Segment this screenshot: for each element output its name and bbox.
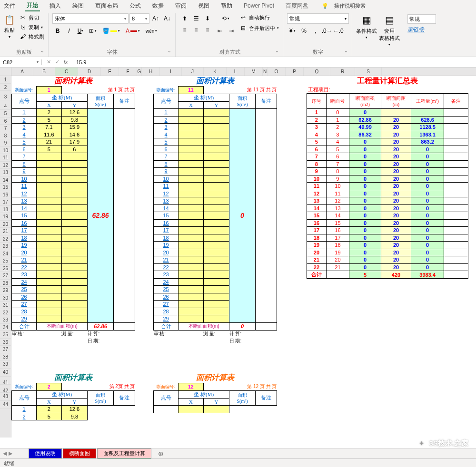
accounting-format-button[interactable]: ¥▾: [287, 26, 298, 36]
align-right-button[interactable]: ≡: [202, 25, 213, 35]
row-header-44[interactable]: 44: [0, 401, 11, 409]
row-header-4[interactable]: 4: [0, 100, 11, 110]
row-header-2[interactable]: 2: [0, 84, 11, 91]
row-header-24[interactable]: 24: [0, 250, 11, 258]
col-header-O[interactable]: O: [268, 68, 286, 76]
row-header-26[interactable]: 26: [0, 265, 11, 272]
row-header-19[interactable]: 19: [0, 213, 11, 221]
col-header-R[interactable]: R: [330, 68, 355, 76]
align-bottom-button[interactable]: ⬇: [202, 13, 213, 24]
col-header-L[interactable]: L: [227, 68, 245, 76]
row-header-1[interactable]: 1: [0, 76, 11, 84]
phonetic-button[interactable]: wén▾: [143, 26, 159, 36]
tab-view[interactable]: 视图: [196, 1, 211, 11]
col-header-H[interactable]: H: [142, 68, 160, 76]
spreadsheet-grid[interactable]: ABCDEFGHIJKLMNOPQRS 12345678910111213141…: [0, 68, 476, 438]
tab-help[interactable]: 帮助: [219, 1, 234, 11]
tab-review[interactable]: 审阅: [173, 1, 188, 11]
col-header-C[interactable]: C: [55, 68, 78, 76]
decrease-decimal-button[interactable]: ←.0: [333, 26, 344, 36]
col-header-D[interactable]: D: [78, 68, 101, 76]
fx-icon[interactable]: fx: [62, 59, 69, 65]
number-format-combo[interactable]: 常规▾: [287, 13, 349, 24]
row-header-15[interactable]: 15: [0, 184, 11, 191]
tell-me[interactable]: 💡操作说明搜索: [318, 0, 369, 11]
row-header-7[interactable]: 7: [0, 125, 11, 132]
col-header-B[interactable]: B: [33, 68, 55, 76]
row-header-36[interactable]: 36: [0, 339, 11, 346]
cells-area[interactable]: 面积计算表断面编号:1第 1 页 共 页点号坐 标(M)面积 S(m²)备注XY…: [11, 76, 476, 438]
row-header-16[interactable]: 16: [0, 191, 11, 199]
col-header-K[interactable]: K: [204, 68, 227, 76]
cancel-formula-icon[interactable]: ✕: [45, 59, 52, 65]
sheet-tab-instructions[interactable]: 使用说明: [29, 448, 62, 458]
row-header-29[interactable]: 29: [0, 287, 11, 294]
row-header-8[interactable]: 8: [0, 132, 11, 140]
indent-increase-button[interactable]: ⇥: [226, 26, 237, 36]
wrap-text-button[interactable]: ↩自动换行: [238, 13, 280, 22]
indent-decrease-button[interactable]: ⇤: [215, 26, 225, 36]
tab-layout[interactable]: 页面布局: [93, 1, 120, 11]
italic-button[interactable]: I: [64, 26, 74, 36]
row-header-35[interactable]: 35: [0, 331, 11, 339]
col-header-F[interactable]: F: [119, 68, 137, 76]
row-header-9[interactable]: 9: [0, 139, 11, 147]
row-header-42[interactable]: 42: [0, 385, 11, 393]
row-header-21[interactable]: 21: [0, 228, 11, 235]
increase-font-button[interactable]: A↑: [150, 13, 161, 24]
conditional-format-button[interactable]: ▦条件格式▾: [356, 13, 377, 39]
row-header-37[interactable]: 37: [0, 346, 11, 353]
font-name-combo[interactable]: 宋体▾: [52, 13, 129, 24]
row-header-22[interactable]: 22: [0, 235, 11, 243]
row-header-34[interactable]: 34: [0, 324, 11, 331]
col-header-E[interactable]: E: [101, 68, 119, 76]
row-header-18[interactable]: 18: [0, 206, 11, 214]
decrease-font-button[interactable]: A↓: [162, 13, 172, 24]
row-header-11[interactable]: 11: [0, 154, 11, 162]
copy-button[interactable]: ⎘复制▾: [18, 23, 45, 31]
tab-draw[interactable]: 绘图: [70, 1, 86, 11]
row-header-43[interactable]: 43: [0, 393, 11, 401]
row-header-23[interactable]: 23: [0, 243, 11, 250]
row-header-5[interactable]: 5: [0, 110, 11, 117]
row-header-14[interactable]: 14: [0, 176, 11, 184]
align-left-button[interactable]: ≡: [179, 25, 190, 35]
row-header-41[interactable]: 41: [0, 377, 11, 385]
select-all-corner[interactable]: [0, 68, 11, 76]
align-center-button[interactable]: ≡: [191, 25, 201, 35]
row-header-27[interactable]: 27: [0, 272, 11, 280]
col-header-P[interactable]: P: [286, 68, 304, 76]
orientation-button[interactable]: ⟲▾: [215, 13, 237, 24]
row-header-6[interactable]: 6: [0, 117, 11, 125]
row-header-38[interactable]: 38: [0, 353, 11, 361]
font-color-button[interactable]: A▾: [123, 26, 142, 36]
row-header-33[interactable]: 33: [0, 316, 11, 324]
increase-decimal-button[interactable]: .0→: [322, 26, 332, 36]
format-painter-button[interactable]: 🖌格式刷: [18, 32, 45, 41]
sheet-nav-next-icon[interactable]: ▶: [9, 450, 12, 457]
tab-baidu[interactable]: 百度网盘: [284, 1, 310, 11]
col-header-N[interactable]: N: [263, 68, 268, 76]
sheet-tab-cross-section[interactable]: 横断面图: [63, 448, 96, 458]
align-middle-button[interactable]: ☰: [191, 13, 201, 24]
sheet-tab-area-calc[interactable]: 面积及工程量计算: [97, 448, 151, 459]
row-header-30[interactable]: 30: [0, 294, 11, 302]
tab-data[interactable]: 数据: [150, 1, 166, 11]
name-box[interactable]: C82▾: [0, 59, 42, 65]
fill-color-button[interactable]: 🪣▾: [100, 26, 122, 36]
cell-style-normal[interactable]: 常规: [407, 14, 436, 24]
sheet-nav-prev-icon[interactable]: ◀: [3, 450, 7, 457]
row-header-31[interactable]: 31: [0, 302, 11, 309]
cut-button[interactable]: ✂剪切: [18, 13, 45, 22]
new-sheet-button[interactable]: ⊕: [152, 449, 169, 458]
table-format-button[interactable]: ▤套用 表格格式▾: [379, 13, 400, 47]
border-button[interactable]: ⊞▾: [87, 26, 99, 36]
row-header-40[interactable]: 40: [0, 369, 11, 377]
row-header-17[interactable]: 17: [0, 198, 11, 206]
tab-powerpivot[interactable]: Power Pivot: [242, 1, 276, 10]
row-header-32[interactable]: 32: [0, 309, 11, 317]
bold-button[interactable]: B: [52, 26, 63, 36]
row-header-39[interactable]: 39: [0, 360, 11, 369]
formula-input[interactable]: [72, 59, 476, 65]
col-header-J[interactable]: J: [182, 68, 204, 76]
